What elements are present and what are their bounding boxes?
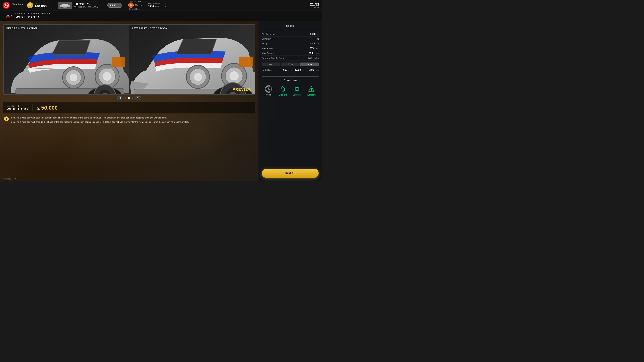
dot-3 xyxy=(132,97,134,99)
time-date: 27th Jan xyxy=(310,6,319,8)
menu-book-section: Menu Book -- xyxy=(12,3,23,7)
weight-value: 1,250 xyxy=(310,42,316,45)
displacement-label: Displacement xyxy=(262,33,275,35)
svg-rect-53 xyxy=(297,87,298,88)
max-power-label: Max. Power xyxy=(262,47,273,50)
car-info-row: 3.0 CSL '73 WIDE BODY Cr. 50,000 xyxy=(3,102,255,113)
tab-height[interactable]: Height xyxy=(300,62,319,66)
body-size-row: Body Size 4,660 mm 1,730 mm 1,370 mm xyxy=(262,67,319,72)
car-info-name-section: 3.0 CSL '73 WIDE BODY xyxy=(7,105,29,111)
install-button[interactable]: Install xyxy=(262,169,319,178)
workout-label: Daily Workout xyxy=(148,2,160,4)
pwr-unit: kg/PS xyxy=(314,57,319,59)
body-height: 1,370 xyxy=(308,68,314,71)
body-condition-item: Excellent xyxy=(308,85,316,96)
menu-book-sub: -- xyxy=(12,5,23,7)
specs-panel: Specs Displacement 3,153 cc Drivetrain F… xyxy=(258,21,322,181)
svg-point-34 xyxy=(194,73,202,81)
info-icon: i xyxy=(4,116,9,121)
body-size-tabs: Length Width Height xyxy=(262,62,319,66)
time-section: 21:31 27th Jan xyxy=(310,2,319,8)
l1-button[interactable]: L1 xyxy=(118,96,122,100)
main-content: BEFORE INSTALLATION xyxy=(0,21,322,181)
engine-label: Excellent xyxy=(293,94,301,96)
svg-point-17 xyxy=(103,72,112,81)
displacement-value: 3,153 xyxy=(310,33,316,35)
before-panel: BEFORE INSTALLATION xyxy=(4,25,129,94)
info-line2: Installing a wide body will change the s… xyxy=(11,120,189,124)
svg-rect-8 xyxy=(62,4,68,5)
max-power-row: Max. Power 205 BHP xyxy=(262,46,319,51)
body-size-values: 4,660 mm 1,730 mm 1,370 mm xyxy=(282,68,319,71)
before-car-visual xyxy=(4,25,129,94)
r1-button[interactable]: R1 xyxy=(136,96,141,100)
tab-length[interactable]: Length xyxy=(262,62,280,66)
pwr-label: Power-to-Weight Ratio xyxy=(262,57,284,59)
body-length-unit: mm xyxy=(288,69,292,71)
max-power-unit: BHP xyxy=(315,47,319,49)
nav-dots: L1 R1 xyxy=(3,96,255,100)
pwr-value: 6.07 xyxy=(308,57,312,59)
workout-unit: Miles xyxy=(155,5,160,8)
collector-badge: 14 xyxy=(128,2,134,8)
collector-section: Collector Level 14 174 pts To Next Level xyxy=(128,0,142,10)
breadcrumb-main: CAR MAINTENANCE & SERVICE xyxy=(16,12,50,15)
tab-width[interactable]: Width xyxy=(281,62,299,66)
info-line1: Installing a wide body will cause all cu… xyxy=(11,116,189,120)
collector-row: 14 174 pts xyxy=(128,2,142,8)
workout-value: 12.4 xyxy=(148,4,154,8)
info-text: Installing a wide body will cause all cu… xyxy=(11,116,189,124)
body-width: 1,730 xyxy=(295,68,301,71)
gt-logo-icon xyxy=(3,2,10,9)
after-car-visual xyxy=(129,25,254,94)
svg-point-2 xyxy=(6,5,8,7)
dot-1 xyxy=(124,97,126,99)
car-name: 3.0 CSL '73 xyxy=(74,2,98,6)
svg-point-31 xyxy=(230,71,239,80)
car-info: 3.0 CSL '73 FR / 205 BHP / 1,250 kg / NA xyxy=(74,2,98,8)
body-length: 4,660 xyxy=(282,68,287,71)
workout-section: Daily Workout 12.4 Miles xyxy=(148,2,160,8)
dot-2-active xyxy=(128,97,130,99)
car-preview-area: BEFORE INSTALLATION xyxy=(0,21,258,181)
after-label: AFTER FITTING WIDE BODY xyxy=(132,27,168,30)
price-cr-label: Cr. xyxy=(36,107,40,110)
nav-left-arrow: ◄ xyxy=(2,14,5,17)
engine-item: Excellent xyxy=(293,85,301,96)
oil-item: Excellent xyxy=(278,85,287,96)
svg-rect-35 xyxy=(239,57,253,67)
displacement-unit: cc xyxy=(317,33,319,35)
engine-icon xyxy=(293,85,301,93)
coin-icon: GT xyxy=(27,2,33,8)
body-length-group: 4,660 mm xyxy=(282,68,292,71)
max-power-value: 205 xyxy=(310,47,314,50)
max-torque-value: 29.2 xyxy=(309,52,313,54)
weight-unit: kg xyxy=(317,42,319,44)
displacement-value-group: 3,153 cc xyxy=(310,32,319,35)
drivetrain-label: Drivetrain xyxy=(262,37,271,40)
pwr-value-group: 6.07 kg/PS xyxy=(308,56,319,59)
menu-book-label: Menu Book xyxy=(12,3,23,5)
collector-label: Collector Level xyxy=(128,0,142,2)
warning-icon xyxy=(308,85,315,93)
capture-note: Captured on PS5 xyxy=(3,178,18,180)
car-thumbnail xyxy=(58,2,72,9)
max-torque-label: Max. Torque xyxy=(262,52,274,54)
body-size-label: Body Size xyxy=(262,69,272,71)
breadcrumb-section: CAR MAINTENANCE & SERVICE WIDE BODY xyxy=(16,12,50,19)
divider-v xyxy=(32,104,33,111)
weight-value-group: 1,250 kg xyxy=(310,42,319,45)
credits-value: 140,000 xyxy=(34,4,46,8)
drivetrain-value: FR xyxy=(316,37,319,40)
collector-next-label: To Next Level xyxy=(128,8,142,10)
credits-section: GT Credits 140,000 xyxy=(27,2,46,8)
svg-rect-50 xyxy=(295,88,295,90)
top-bar: Menu Book -- GT Credits 140,000 xyxy=(0,0,322,11)
weight-label: Weight xyxy=(262,42,268,45)
runner-icon: 🏃 xyxy=(164,3,168,7)
body-width-group: 1,730 mm xyxy=(295,68,305,71)
car-specs-line: FR / 205 BHP / 1,250 kg / NA xyxy=(74,6,98,8)
info-text-area: i Installing a wide body will cause all … xyxy=(3,116,255,124)
svg-point-11 xyxy=(62,7,62,8)
body-width-unit: mm xyxy=(302,69,305,71)
